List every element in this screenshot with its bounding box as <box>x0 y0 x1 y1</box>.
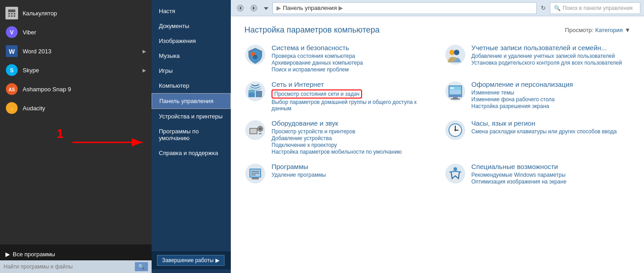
svg-text:V: V <box>10 29 14 36</box>
svg-rect-45 <box>250 129 257 133</box>
user-accounts-title[interactable]: Учетные записи пользователей и семейн... <box>472 44 631 52</box>
cp-view-arrow: ▼ <box>625 27 630 33</box>
shortcut-control-panel[interactable]: Панель управления <box>152 93 231 109</box>
svg-text:♪: ♪ <box>11 106 13 111</box>
clock-link-0[interactable]: Смена раскладки клавиатуры или других сп… <box>472 128 631 135</box>
accessibility-link-0[interactable]: Рекомендуемые Windows параметры <box>472 172 631 178</box>
hardware-link-2[interactable]: Подключение к проектору <box>272 142 431 148</box>
system-security-link-1[interactable]: Архивирование данных компьютера <box>272 60 431 66</box>
app-item-viber[interactable]: V Viber <box>0 23 152 42</box>
programs-link-0[interactable]: Удаление программы <box>272 172 431 178</box>
breadcrumb-bar[interactable]: ▶ Панель управления ▶ <box>272 2 537 14</box>
programs-content: Программы Удаление программы <box>272 163 431 179</box>
search-button[interactable]: 🔍 <box>135 262 148 271</box>
system-security-link-0[interactable]: Проверка состояния компьютера <box>272 53 431 59</box>
ashampoo-icon: AS <box>5 83 18 95</box>
accessibility-title[interactable]: Специальные возможности <box>472 163 631 170</box>
svg-point-53 <box>454 129 456 131</box>
hardware-sound-content: Оборудование и звук Просмотр устройств и… <box>272 119 431 155</box>
category-hardware-sound: Оборудование и звук Просмотр устройств и… <box>244 119 431 155</box>
cp-page-title: Настройка параметров компьютера <box>244 25 380 35</box>
shortcut-help[interactable]: Справка и поддержка <box>152 146 231 160</box>
app-item-word[interactable]: W Word 2013 ▶ <box>0 42 152 61</box>
shortcut-music[interactable]: Музыка <box>152 48 231 63</box>
programs-icon <box>244 163 266 184</box>
cp-categories-grid: Система и безопасность Проверка состояни… <box>244 44 630 185</box>
category-programs: Программы Удаление программы <box>244 163 431 185</box>
svg-rect-33 <box>248 93 255 97</box>
user-accounts-link-0[interactable]: Добавление и удаление учетных записей по… <box>472 53 631 59</box>
category-clock-language: Часы, язык и регион Смена раскладки клав… <box>444 119 631 155</box>
search-bar: 🔍 <box>0 260 152 273</box>
shortcut-default-programs[interactable]: Программы по умолчанию <box>152 124 231 146</box>
app-item-ashampoo[interactable]: AS Ashampoo Snap 9 <box>0 80 152 99</box>
appearance-title[interactable]: Оформление и персонализация <box>472 80 631 88</box>
hardware-link-0[interactable]: Просмотр устройств и принтеров <box>272 128 431 135</box>
system-security-link-2[interactable]: Поиск и исправление проблем <box>272 66 431 73</box>
network-link-1[interactable]: Выбор параметров домашней группы и общег… <box>272 99 431 112</box>
cp-header: Настройка параметров компьютера Просмотр… <box>244 25 630 35</box>
svg-rect-1 <box>8 9 15 12</box>
search-input[interactable] <box>4 264 132 270</box>
network-internet-content: Сеть и Интернет Просмотр состояния сети … <box>272 80 431 112</box>
control-panel: ▶ Панель управления ▶ ↻ 🔍 Поиск в панели… <box>231 0 644 273</box>
appearance-link-1[interactable]: Изменение фона рабочего стола <box>472 96 631 103</box>
calculator-label: Калькулятор <box>23 10 146 17</box>
category-accessibility: Специальные возможности Рекомендуемые Wi… <box>444 163 631 185</box>
cp-view-value: Категория <box>595 27 623 33</box>
hardware-sound-icon <box>244 119 266 141</box>
system-security-title[interactable]: Система и безопасность <box>272 44 431 52</box>
cp-search-placeholder: Поиск в панели управления <box>563 5 633 11</box>
svg-text:W: W <box>9 48 15 55</box>
shortcut-nastya[interactable]: Настя <box>152 4 231 19</box>
back-button[interactable] <box>234 3 246 13</box>
shortcut-images[interactable]: Изображения <box>152 33 231 48</box>
app-item-skype[interactable]: S Skype ▶ <box>0 61 152 80</box>
app-item-audacity[interactable]: ♪ Audacity <box>0 99 152 118</box>
calculator-icon <box>5 7 18 19</box>
category-user-accounts: Учетные записи пользователей и семейн...… <box>444 44 631 73</box>
viber-icon: V <box>5 26 18 38</box>
network-internet-title[interactable]: Сеть и Интернет <box>272 80 431 88</box>
dropdown-button[interactable] <box>262 3 271 13</box>
svg-rect-39 <box>450 87 454 89</box>
accessibility-link-1[interactable]: Оптимизация изображения на экране <box>472 179 631 185</box>
network-internet-icon <box>244 80 266 102</box>
shortcut-devices[interactable]: Устройства и принтеры <box>152 109 231 124</box>
ashampoo-label: Ashampoo Snap 9 <box>23 86 146 93</box>
shortcut-games[interactable]: Игры <box>152 63 231 78</box>
refresh-button[interactable]: ↻ <box>539 3 548 13</box>
shortcut-documents[interactable]: Документы <box>152 19 231 33</box>
appearance-link-2[interactable]: Настройка разрешения экрана <box>472 103 631 109</box>
svg-text:S: S <box>10 67 14 74</box>
breadcrumb-separator2: ▶ <box>339 5 343 11</box>
hardware-link-3[interactable]: Настройка параметров мобильности по умол… <box>272 149 431 155</box>
svg-point-47 <box>259 127 262 130</box>
hardware-sound-title[interactable]: Оборудование и звук <box>272 119 431 127</box>
svg-rect-40 <box>448 95 462 97</box>
all-programs-btn[interactable]: ▶ Все программы <box>0 248 152 260</box>
appearance-content: Оформление и персонализация Изменение те… <box>472 80 631 110</box>
user-accounts-link-1[interactable]: Установка родительского контроля для все… <box>472 60 631 66</box>
svg-point-31 <box>454 50 459 55</box>
appearance-link-0[interactable]: Изменение темы <box>472 89 631 96</box>
accessibility-icon <box>444 163 466 184</box>
svg-rect-41 <box>453 97 458 99</box>
programs-title[interactable]: Программы <box>272 163 431 170</box>
shutdown-bar: Завершение работы ▶ <box>152 251 231 269</box>
viber-label: Viber <box>23 29 146 36</box>
category-network-internet: Сеть и Интернет Просмотр состояния сети … <box>244 80 431 112</box>
clock-language-title[interactable]: Часы, язык и регион <box>472 119 631 127</box>
network-link-highlighted[interactable]: Просмотр состояния сети и задач <box>272 89 362 99</box>
forward-button[interactable] <box>248 3 260 13</box>
shutdown-button[interactable]: Завершение работы ▶ <box>157 255 224 266</box>
cp-view-selector[interactable]: Просмотр: Категория ▼ <box>565 27 630 33</box>
cp-search-icon: 🔍 <box>554 5 561 11</box>
hardware-link-1[interactable]: Добавление устройства <box>272 135 431 141</box>
svg-text:AS: AS <box>9 87 15 92</box>
start-shortcuts: Настя Документы Изображения Музыка Игры … <box>152 0 231 273</box>
shortcut-computer[interactable]: Компьютер <box>152 78 231 93</box>
svg-marker-24 <box>264 7 268 10</box>
app-item-calculator[interactable]: Калькулятор <box>0 4 152 23</box>
category-appearance: Оформление и персонализация Изменение те… <box>444 80 631 112</box>
